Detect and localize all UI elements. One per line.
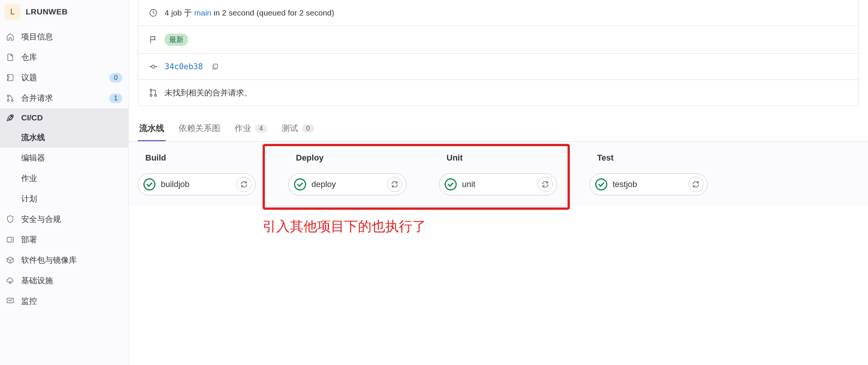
mr-text: 未找到相关的合并请求。 bbox=[165, 87, 252, 98]
status-success-icon bbox=[143, 178, 156, 190]
stage-test: Test testjob bbox=[590, 153, 708, 195]
issues-count-badge: 0 bbox=[109, 73, 122, 83]
tab-label: 测试 bbox=[282, 123, 298, 134]
sidebar-item-label: 安全与合规 bbox=[21, 214, 122, 225]
svg-point-1 bbox=[7, 95, 9, 97]
job-unit[interactable]: unit bbox=[439, 173, 557, 195]
sidebar-item-label: CI/CD bbox=[21, 113, 122, 122]
job-deploy[interactable]: deploy bbox=[288, 173, 406, 195]
sidebar-item-packages[interactable]: 软件包与镜像库 bbox=[0, 250, 128, 270]
clock-icon bbox=[149, 8, 158, 17]
tab-jobs[interactable]: 作业4 bbox=[233, 117, 269, 141]
merge-request-icon bbox=[149, 88, 158, 97]
copy-sha-button[interactable] bbox=[210, 61, 220, 72]
retry-button[interactable] bbox=[538, 177, 553, 192]
home-icon bbox=[6, 33, 14, 41]
tab-label: 依赖关系图 bbox=[179, 123, 220, 134]
sidebar-item-infrastructure[interactable]: 基础设施 bbox=[0, 270, 128, 291]
mr-row: 未找到相关的合并请求。 bbox=[138, 80, 859, 106]
svg-point-9 bbox=[152, 65, 155, 68]
rocket-icon bbox=[6, 114, 14, 122]
sidebar-item-repository[interactable]: 仓库 bbox=[0, 47, 128, 67]
sidebar-item-label: 监控 bbox=[21, 296, 122, 306]
tab-label: 作业 bbox=[235, 123, 251, 134]
project-name: LRUNWEB bbox=[26, 7, 68, 16]
shield-icon bbox=[6, 215, 14, 223]
project-avatar: L bbox=[5, 4, 20, 20]
sidebar: L LRUNWEB 项目信息 仓库 议题 0 合并请求 1 bbox=[0, 0, 129, 365]
svg-point-6 bbox=[9, 282, 11, 284]
sidebar-item-issues[interactable]: 议题 0 bbox=[0, 67, 128, 88]
sidebar-item-monitor[interactable]: 监控 bbox=[0, 291, 128, 311]
sidebar-item-security[interactable]: 安全与合规 bbox=[0, 209, 128, 229]
status-success-icon bbox=[294, 178, 306, 190]
stage-name: Unit bbox=[439, 153, 557, 163]
status-success-icon bbox=[595, 178, 607, 190]
job-name: testjob bbox=[613, 179, 683, 189]
sidebar-item-label: 议题 bbox=[21, 72, 103, 83]
branch-link[interactable]: main bbox=[194, 8, 212, 17]
commit-row: 34c0eb38 bbox=[138, 54, 859, 80]
mr-count-badge: 1 bbox=[109, 94, 122, 103]
job-name: buildjob bbox=[161, 179, 231, 189]
tab-tests[interactable]: 测试0 bbox=[280, 117, 316, 141]
sidebar-item-label: 项目信息 bbox=[21, 31, 122, 42]
commit-sha-link[interactable]: 34c0eb38 bbox=[165, 62, 203, 71]
package-icon bbox=[6, 256, 14, 264]
sidebar-item-label: 基础设施 bbox=[21, 275, 122, 286]
subnav-pipelines[interactable]: 流水线 bbox=[0, 127, 128, 148]
svg-rect-10 bbox=[214, 64, 218, 69]
duration-text: 4 job 于 main in 2 second (queued for 2 s… bbox=[165, 8, 334, 18]
retry-button[interactable] bbox=[236, 177, 252, 192]
sidebar-item-label: 合并请求 bbox=[21, 93, 103, 103]
retry-button[interactable] bbox=[387, 177, 402, 192]
pipeline-info-card: 4 job 于 main in 2 second (queued for 2 s… bbox=[138, 0, 859, 106]
monitor-icon bbox=[6, 297, 14, 305]
pipeline-tabs: 流水线 依赖关系图 作业4 测试0 bbox=[129, 117, 868, 142]
svg-point-13 bbox=[155, 95, 157, 97]
stage-build: Build buildjob bbox=[138, 153, 256, 195]
subnav-editor[interactable]: 编辑器 bbox=[0, 148, 128, 168]
stage-name: Build bbox=[138, 153, 256, 163]
annotation-text: 引入其他项目下的也执行了 bbox=[263, 217, 426, 236]
svg-point-12 bbox=[150, 95, 152, 97]
tab-jobs-count: 4 bbox=[255, 124, 267, 133]
flag-icon bbox=[149, 35, 158, 44]
sidebar-item-label: 软件包与镜像库 bbox=[21, 255, 122, 265]
pipeline-graph: Build buildjob Deploy deploy bbox=[129, 142, 868, 207]
svg-point-11 bbox=[150, 89, 152, 91]
deploy-icon bbox=[6, 236, 14, 244]
latest-badge: 最新 bbox=[165, 34, 188, 46]
sidebar-item-deployments[interactable]: 部署 bbox=[0, 229, 128, 250]
cloud-gear-icon bbox=[6, 276, 14, 285]
sidebar-item-merge-requests[interactable]: 合并请求 1 bbox=[0, 88, 128, 108]
subnav-jobs[interactable]: 作业 bbox=[0, 168, 128, 189]
latest-row: 最新 bbox=[138, 26, 859, 54]
tab-needs[interactable]: 依赖关系图 bbox=[177, 117, 222, 141]
retry-button[interactable] bbox=[688, 177, 703, 192]
issue-icon bbox=[6, 73, 14, 82]
status-success-icon bbox=[445, 178, 457, 190]
sidebar-item-label: 部署 bbox=[21, 234, 122, 245]
svg-point-3 bbox=[11, 100, 13, 101]
subnav-schedules[interactable]: 计划 bbox=[0, 189, 128, 209]
pipeline-duration-row: 4 job 于 main in 2 second (queued for 2 s… bbox=[138, 0, 859, 26]
sidebar-item-cicd[interactable]: CI/CD bbox=[0, 108, 128, 127]
jobs-prefix: 4 job 于 bbox=[165, 8, 194, 17]
job-buildjob[interactable]: buildjob bbox=[138, 173, 256, 195]
sidebar-item-project-info[interactable]: 项目信息 bbox=[0, 27, 128, 47]
sidebar-item-label: 仓库 bbox=[21, 52, 122, 62]
job-testjob[interactable]: testjob bbox=[590, 173, 708, 195]
svg-rect-5 bbox=[7, 237, 14, 242]
tab-tests-count: 0 bbox=[302, 124, 314, 133]
svg-point-2 bbox=[7, 100, 9, 101]
project-header[interactable]: L LRUNWEB bbox=[0, 1, 128, 23]
job-name: deploy bbox=[311, 179, 382, 189]
stage-name: Test bbox=[590, 153, 708, 163]
main-content: 4 job 于 main in 2 second (queued for 2 s… bbox=[129, 0, 868, 365]
commit-icon bbox=[149, 62, 158, 71]
tab-pipeline[interactable]: 流水线 bbox=[138, 117, 166, 141]
stage-unit: Unit unit bbox=[439, 153, 557, 195]
stage-name: Deploy bbox=[288, 153, 406, 163]
file-icon bbox=[6, 53, 14, 61]
